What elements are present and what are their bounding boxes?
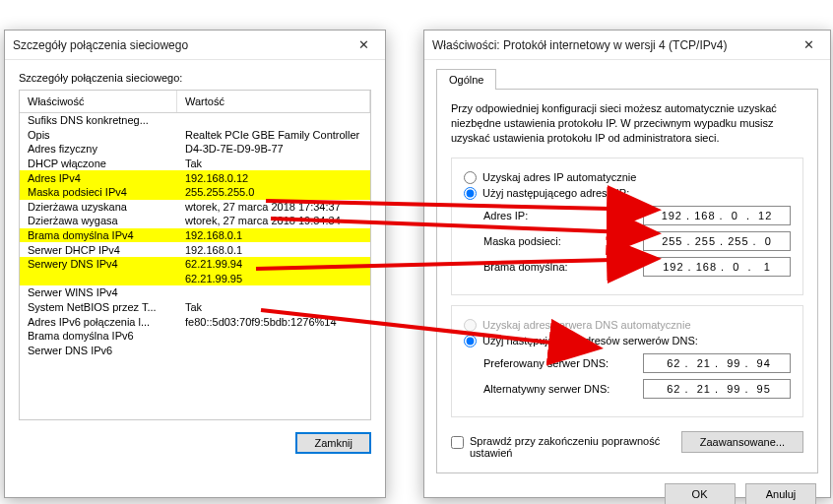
details-table: Właściwość Wartość Sufiks DNS konkretneg…: [19, 90, 371, 420]
radio-dns-manual[interactable]: [464, 335, 477, 347]
cell-value: wtorek, 27 marca 2018 19:34:34: [177, 214, 370, 228]
close-button[interactable]: Zamknij: [295, 432, 371, 454]
table-row[interactable]: System NetBIOS przez T...Tak: [20, 300, 370, 315]
input-mask[interactable]: [643, 231, 791, 251]
cell-value: 192.168.0.1: [177, 242, 370, 257]
table-row[interactable]: Serwery DNS IPv462.21.99.94: [20, 257, 370, 272]
table-row[interactable]: OpisRealtek PCIe GBE Family Controller: [20, 128, 370, 143]
cell-property: Serwer DHCP IPv4: [20, 242, 177, 257]
close-icon[interactable]: ✕: [350, 37, 377, 52]
cell-property: Serwer DNS IPv6: [20, 344, 177, 358]
cell-value: 192.168.0.12: [177, 170, 370, 185]
radio-dns-auto-label: Uzyskaj adres serwera DNS automatycznie: [482, 319, 691, 331]
cell-value: [177, 113, 370, 128]
table-row[interactable]: Adres IPv4192.168.0.12: [20, 170, 370, 185]
cell-property: Serwery DNS IPv4: [20, 257, 177, 272]
cell-value: Realtek PCIe GBE Family Controller: [177, 128, 370, 143]
close-icon[interactable]: ✕: [795, 37, 822, 52]
cell-value: fe80::5d03:70f9:5bdb:1276%14: [177, 314, 370, 329]
ip-group: Uzyskaj adres IP automatycznie Użyj nast…: [451, 158, 803, 295]
label-gateway: Brama domyślna:: [483, 261, 643, 273]
cell-value: [177, 329, 370, 344]
cell-value: 62.21.99.94: [177, 257, 370, 272]
radio-ip-auto[interactable]: [464, 171, 477, 184]
col-header-property[interactable]: Właściwość: [20, 91, 177, 112]
cell-property: Brama domyślna IPv6: [20, 329, 177, 344]
input-gateway[interactable]: [643, 257, 791, 277]
advanced-button[interactable]: Zaawansowane...: [681, 431, 803, 453]
cell-property: Serwer WINS IPv4: [20, 285, 177, 300]
table-row[interactable]: Dzierżawa wygasawtorek, 27 marca 2018 19…: [20, 214, 370, 228]
cell-property: Brama domyślna IPv4: [20, 228, 177, 243]
table-row[interactable]: Brama domyślna IPv4192.168.0.1: [20, 228, 370, 243]
cell-value: D4-3D-7E-D9-9B-77: [177, 142, 370, 157]
table-row[interactable]: Adres IPv6 połączenia l...fe80::5d03:70f…: [20, 314, 370, 329]
titlebar: Właściwości: Protokół internetowy w wers…: [424, 31, 830, 60]
cell-property: Adres IPv4: [20, 170, 177, 185]
cell-value: Tak: [177, 300, 370, 315]
radio-dns-manual-label: Użyj następujących adresów serwerów DNS:: [482, 335, 698, 346]
cancel-button[interactable]: Anuluj: [745, 483, 816, 504]
tab-strip: Ogólne: [436, 68, 830, 89]
cell-property: [20, 272, 177, 286]
col-header-value[interactable]: Wartość: [177, 91, 370, 112]
titlebar: Szczegóły połączenia sieciowego ✕: [5, 31, 385, 60]
label-ip: Adres IP:: [483, 210, 643, 221]
table-row[interactable]: 62.21.99.95: [20, 272, 370, 286]
cell-property: Sufiks DNS konkretneg...: [20, 113, 177, 128]
cell-property: DHCP włączone: [20, 157, 177, 171]
table-row[interactable]: Dzierżawa uzyskanawtorek, 27 marca 2018 …: [20, 200, 370, 215]
window-title: Szczegóły połączenia sieciowego: [13, 38, 350, 52]
label-dns-secondary: Alternatywny serwer DNS:: [483, 383, 643, 395]
label-dns-primary: Preferowany serwer DNS:: [483, 357, 643, 369]
table-row[interactable]: Serwer DNS IPv6: [20, 344, 370, 358]
cell-value: [177, 344, 370, 358]
table-row[interactable]: Serwer DHCP IPv4192.168.0.1: [20, 242, 370, 257]
checkbox-validate[interactable]: [451, 436, 464, 449]
cell-value: [177, 285, 370, 300]
label-mask: Maska podsieci:: [483, 235, 643, 247]
cell-property: Adres IPv6 połączenia l...: [20, 314, 177, 329]
input-dns-secondary[interactable]: [643, 379, 791, 399]
dns-group: Uzyskaj adres serwera DNS automatycznie …: [451, 305, 803, 417]
cell-value: wtorek, 27 marca 2018 17:34:37: [177, 200, 370, 215]
network-details-dialog: Szczegóły połączenia sieciowego ✕ Szczeg…: [4, 30, 386, 498]
cell-property: Dzierżawa uzyskana: [20, 200, 177, 215]
cell-property: Adres fizyczny: [20, 142, 177, 157]
window-title: Właściwości: Protokół internetowy w wers…: [432, 38, 795, 52]
table-row[interactable]: DHCP włączoneTak: [20, 157, 370, 171]
radio-ip-auto-label: Uzyskaj adres IP automatycznie: [482, 171, 636, 183]
intro-text: Przy odpowiedniej konfiguracji sieci moż…: [451, 101, 803, 146]
ipv4-properties-dialog: Właściwości: Protokół internetowy w wers…: [423, 30, 831, 498]
input-ip[interactable]: [643, 206, 791, 225]
cell-property: Dzierżawa wygasa: [20, 214, 177, 228]
cell-value: 62.21.99.95: [177, 272, 370, 286]
input-dns-primary[interactable]: [643, 353, 791, 373]
checkbox-validate-label: Sprawdź przy zakończeniu poprawność usta…: [470, 435, 668, 459]
cell-property: Opis: [20, 128, 177, 143]
table-row[interactable]: Adres fizycznyD4-3D-7E-D9-9B-77: [20, 142, 370, 157]
radio-dns-auto: [464, 319, 477, 332]
section-label: Szczegóły połączenia sieciowego:: [19, 72, 371, 84]
radio-ip-manual[interactable]: [464, 187, 477, 200]
table-row[interactable]: Serwer WINS IPv4: [20, 285, 370, 300]
table-row[interactable]: Brama domyślna IPv6: [20, 329, 370, 344]
ok-button[interactable]: OK: [665, 483, 736, 504]
cell-property: System NetBIOS przez T...: [20, 300, 177, 315]
cell-value: Tak: [177, 157, 370, 171]
tab-general[interactable]: Ogólne: [436, 69, 496, 90]
radio-ip-manual-label: Użyj następującego adresu IP:: [482, 187, 629, 199]
table-row[interactable]: Sufiks DNS konkretneg...: [20, 113, 370, 128]
cell-property: Maska podsieci IPv4: [20, 185, 177, 200]
cell-value: 255.255.255.0: [177, 185, 370, 200]
cell-value: 192.168.0.1: [177, 228, 370, 243]
table-row[interactable]: Maska podsieci IPv4255.255.255.0: [20, 185, 370, 200]
